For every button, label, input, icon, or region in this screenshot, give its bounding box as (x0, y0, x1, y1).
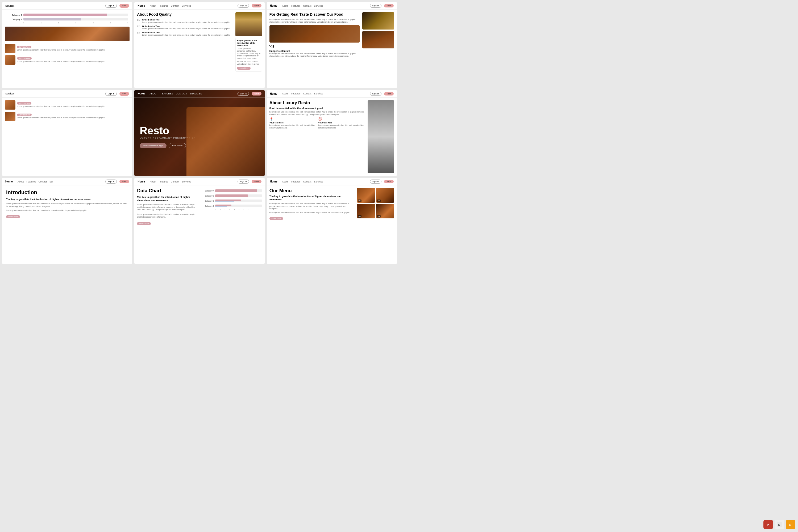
slide-1-next[interactable]: Next (119, 4, 129, 8)
icon-sym-1: 📍 (269, 117, 316, 121)
learn-more-1[interactable]: Learn More (237, 67, 251, 70)
chart-cat4: Category 4 (201, 190, 214, 192)
item-num-3: 03 (137, 32, 141, 36)
key-growth-text: Lorem ipsum was conceived as filler text… (237, 48, 261, 59)
find-button[interactable]: Find Resto (169, 143, 186, 148)
bar-chart-1: Category 2 Category 1 0123456 (5, 12, 130, 25)
menu-num-4: 04 (377, 215, 381, 217)
slide-3-signin[interactable]: Sign In (370, 4, 381, 8)
nav-about-5: ABOUT (150, 92, 158, 95)
icon-label-1: Your text here (269, 121, 316, 124)
slide-5-nav: HOME ABOUT FEATURES CONTACT SERVICES Sig… (134, 90, 264, 98)
nav-features-9: Features (291, 180, 301, 183)
slide4-text-2: Lorem ipsum was conceived as filler text… (17, 105, 105, 108)
nav-contact-9: Contact (303, 180, 311, 183)
key-growth-box: Key to growth is the introduction of It'… (235, 38, 262, 72)
slide-5-logo: HOME (137, 92, 145, 95)
chart-label-cat1: Category 1 (6, 18, 22, 20)
slide-7-next[interactable]: Next (119, 180, 129, 183)
slide-2-next[interactable]: Next (252, 4, 261, 7)
nav-about-8: About (150, 180, 156, 183)
slide-9-signin[interactable]: Sign In (370, 179, 381, 184)
nav-services-3: Services (314, 4, 323, 7)
menu-grid: 01 02 03 04 (357, 188, 394, 218)
slide4-badge-4: Services Four (17, 114, 32, 116)
slide-2-logo: Home (137, 4, 145, 7)
nav-services: Services (182, 4, 191, 7)
hunger-section: 🍽 Hunger restaurant Lorem ipsum was conc… (269, 44, 360, 57)
chef-photo (367, 100, 394, 173)
slide-1-nav: Services Sign In Next (2, 2, 132, 10)
menu-item-4: 04 (376, 204, 394, 218)
hunger-icon: 🍽 (269, 44, 360, 49)
nav-features-5: FEATURES (160, 92, 173, 95)
nav-contact: Contact (171, 4, 179, 7)
slide-2: Home About Features Contact Services Sig… (134, 2, 264, 88)
icon-text-1: Lorem ipsum was conceived as filler text… (269, 124, 316, 129)
slide4-badge-2: Services Two (17, 102, 32, 104)
slide-7: Home About Features Contact Ser Sign In … (2, 178, 132, 264)
slide-8-next[interactable]: Next (252, 180, 261, 183)
slide-8-nav: Home About Features Contact Services Sig… (134, 178, 264, 185)
item-text-1: Lorem ipsum was conceived as filler text… (142, 21, 230, 23)
item-title-1: Grilled chick Two (142, 19, 230, 21)
item-text-3: Lorem ipsum was conceived as filler text… (142, 34, 230, 36)
icon-item-1: 📍 Your text here Lorem ipsum was conceiv… (269, 117, 316, 129)
discover-title: For Getting Real Taste Discover Our Food (269, 12, 360, 17)
hunger-desc: Lorem ipsum was conceived as filler text… (269, 52, 360, 57)
icon-label-2: Your text here (318, 121, 365, 124)
nav-ser-7: Ser (50, 180, 53, 183)
intro-sub: The key to growth is the introduction of… (6, 198, 128, 201)
slide-9-logo: Home (270, 180, 278, 183)
slide-5-signin[interactable]: Sign In (238, 92, 249, 96)
slide-1-nav-services: Services (5, 4, 15, 7)
learn-more-9[interactable]: Learn More (269, 217, 283, 220)
slide-6-next[interactable]: Next (384, 92, 394, 95)
item-2: 02 Grilled chick Two Lorem ipsum was con… (137, 25, 232, 30)
nav-features-6: Features (291, 92, 301, 95)
service-img-2 (5, 44, 15, 53)
nav-features-8: Features (159, 180, 168, 183)
learn-more-7[interactable]: Learn More (6, 215, 20, 218)
slide-3-logo: Home (270, 4, 278, 7)
slide-7-signin[interactable]: Sign In (105, 179, 117, 184)
service-item-2: Services Two Lorem ipsum was conceived a… (5, 44, 130, 53)
slide-1-signin[interactable]: Sign In (105, 4, 117, 8)
chart-desc: Lorem ipsum was conceived as filler text… (137, 203, 198, 211)
slide4-service-img-4 (5, 112, 15, 121)
slide-6-nav: Home About Features Contact Services Sig… (267, 90, 397, 98)
slide-5-next[interactable]: Next (252, 92, 261, 95)
icon-sym-2: ⏰ (318, 117, 365, 121)
slide-6: Home About Features Contact Services Sig… (267, 90, 397, 176)
slide-4-next[interactable]: Next (119, 92, 129, 96)
menu-num-2: 02 (377, 200, 381, 202)
slide-2-signin[interactable]: Sign In (238, 4, 249, 8)
slide-6-signin[interactable]: Sign In (370, 92, 381, 96)
nav-about-3: About (282, 4, 288, 7)
search-button[interactable]: Search Resto Hunger (140, 143, 167, 148)
slide-8: Home About Features Contact Services Sig… (134, 178, 264, 264)
slide-5: HOME ABOUT FEATURES CONTACT SERVICES Sig… (134, 90, 264, 176)
service-text-2: Lorem ipsum was conceived as filler text… (17, 49, 105, 51)
slide-8-signin[interactable]: Sign In (238, 179, 249, 184)
slide-2-nav: Home About Features Contact Services Sig… (134, 2, 264, 10)
slide-7-logo: Home (5, 180, 13, 183)
item-num-1: 01 (137, 19, 141, 23)
chart-desc2: Lorem ipsum was conceived as filler text… (137, 213, 198, 218)
chart-cat1a: Category 1 (201, 205, 214, 207)
intro-extra: Lorem ipsum was conceived as filler text… (6, 209, 128, 212)
nav-services-6: Services (314, 92, 323, 95)
intro-title: Introduction (6, 189, 128, 195)
slide-4-signin[interactable]: Sign In (105, 92, 117, 96)
slide-3-next[interactable]: Next (384, 4, 394, 7)
hunger-title: Hunger restaurant (269, 50, 360, 52)
nav-contact-8: Contact (171, 180, 179, 183)
learn-more-8[interactable]: Learn More (137, 222, 151, 225)
nav-services-9: Services (314, 180, 323, 183)
item-title-3: Grilled chick Two (142, 32, 230, 34)
slide-9-next[interactable]: Next (384, 180, 394, 183)
luxury-title: About Luxury Resto (269, 100, 365, 105)
service-badge-2: Services Two (17, 46, 32, 48)
service-img-4 (5, 55, 15, 65)
slide-7-nav: Home About Features Contact Ser Sign In … (2, 178, 132, 185)
